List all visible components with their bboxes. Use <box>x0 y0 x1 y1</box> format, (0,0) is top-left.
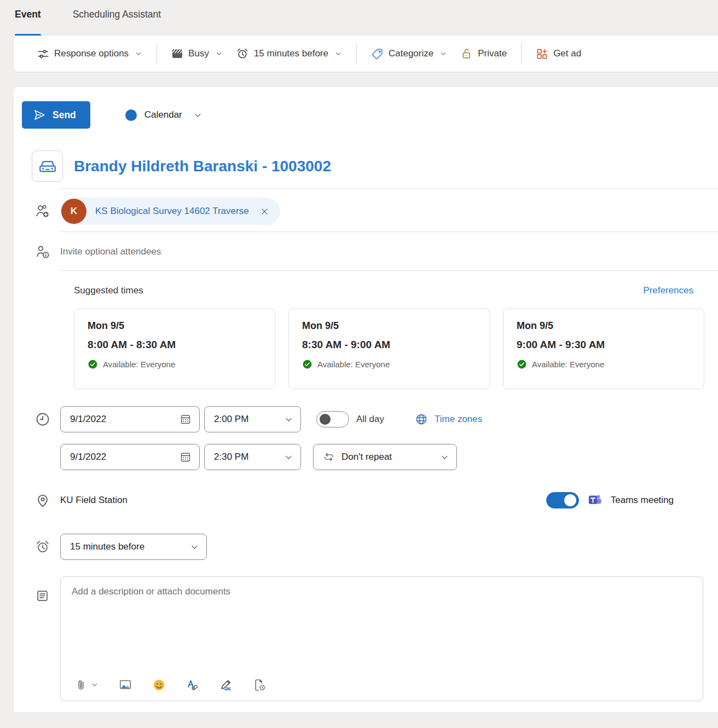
chevron-down-icon <box>334 50 342 57</box>
chevron-down-icon <box>440 453 449 462</box>
image-icon <box>118 678 132 692</box>
check-circle-icon <box>88 359 98 369</box>
optional-attendee-icon <box>25 244 60 260</box>
response-options-icon <box>37 48 49 60</box>
chevron-down-icon <box>193 111 202 120</box>
addins-grid-icon <box>536 48 548 60</box>
private-button[interactable]: Private <box>454 43 513 65</box>
reminder-row: 15 minutes before <box>14 534 718 560</box>
chevron-down-icon <box>284 415 293 424</box>
categorize-button[interactable]: Categorize <box>364 43 454 65</box>
reminder-dropdown[interactable]: 15 minutes before <box>60 534 207 560</box>
clear-formatting-button[interactable] <box>186 678 199 692</box>
end-time-input[interactable]: 2:30 PM <box>204 444 301 470</box>
field-divider <box>60 188 718 189</box>
attendees-field[interactable]: K KS Biological Survey 14602 Traverse <box>60 198 703 225</box>
suggested-time-card[interactable]: Mon 9/5 9:00 AM - 9:30 AM Available: Eve… <box>503 308 704 389</box>
event-tabs: Event Scheduling Assistant <box>0 0 718 36</box>
command-toolbar: Response options Busy 15 minut <box>14 36 718 72</box>
send-plane-icon <box>33 108 46 122</box>
datepicker-calendar-icon[interactable] <box>179 450 192 464</box>
toolbar-divider <box>157 43 157 64</box>
add-attendee-icon <box>25 203 60 219</box>
field-divider <box>60 270 718 271</box>
suggested-time-card[interactable]: Mon 9/5 8:00 AM - 8:30 AM Available: Eve… <box>74 308 275 389</box>
reminder-alarm-icon <box>25 539 60 554</box>
toolbar-reminder-button[interactable]: 15 minutes before <box>229 43 349 65</box>
attach-file-button[interactable] <box>75 679 99 691</box>
preferences-link[interactable]: Preferences <box>643 285 693 296</box>
location-row: KU Field Station Teams meeting <box>14 492 718 509</box>
repeat-dropdown[interactable]: Don't repeat <box>313 444 457 470</box>
globe-icon <box>415 413 428 426</box>
busy-icon <box>171 48 183 60</box>
draw-ink-button[interactable] <box>219 678 233 692</box>
teams-meeting-label: Teams meeting <box>611 495 674 506</box>
optional-attendees-row: Invite optional attendees <box>14 240 718 264</box>
emoji-smiley-icon <box>152 678 166 692</box>
all-day-toggle[interactable] <box>316 411 349 427</box>
start-date-input[interactable]: 9/1/2022 <box>60 406 200 432</box>
time-zones-link[interactable]: Time zones <box>415 413 482 426</box>
chevron-down-icon <box>284 453 293 462</box>
event-form: Send Calendar Brandy Hildreth Baranski <box>14 87 718 712</box>
datepicker-calendar-icon[interactable] <box>179 413 192 426</box>
start-time-input[interactable]: 2:00 PM <box>204 406 301 432</box>
editor-toolbar <box>61 678 703 701</box>
attendee-name: KS Biological Survey 14602 Traverse <box>95 206 249 217</box>
all-day-label: All day <box>356 414 384 425</box>
description-input[interactable]: Add a description or attach documents <box>61 577 703 678</box>
calendar-selector[interactable]: Calendar <box>125 109 202 121</box>
teams-icon <box>587 493 603 508</box>
description-row: Add a description or attach documents <box>14 576 718 701</box>
optional-attendees-input[interactable]: Invite optional attendees <box>60 246 703 257</box>
calendar-color-dot <box>125 109 137 121</box>
response-options-button[interactable]: Response options <box>30 43 149 65</box>
field-divider <box>60 232 718 232</box>
location-input[interactable]: KU Field Station <box>60 495 546 506</box>
attendees-row: K KS Biological Survey 14602 Traverse <box>14 198 718 225</box>
alarm-clock-icon <box>236 47 249 60</box>
draw-pen-icon <box>219 678 233 692</box>
get-addins-button[interactable]: Get ad <box>529 43 588 65</box>
lock-open-icon <box>460 48 473 60</box>
insert-image-button[interactable] <box>118 678 132 692</box>
insert-emoji-button[interactable] <box>152 678 166 692</box>
suggested-times-header: Suggested times Preferences <box>74 285 693 296</box>
tab-event[interactable]: Event <box>15 9 41 36</box>
suggested-times-heading: Suggested times <box>74 285 143 296</box>
end-date-input[interactable]: 9/1/2022 <box>60 444 200 470</box>
teams-meeting-control: Teams meeting <box>546 492 674 509</box>
chevron-down-icon <box>215 50 223 57</box>
remove-attendee-icon[interactable] <box>260 207 269 216</box>
start-datetime-row: 9/1/2022 2:00 PM <box>14 406 718 432</box>
repeat-icon <box>323 451 335 463</box>
tab-scheduling-assistant[interactable]: Scheduling Assistant <box>73 9 161 36</box>
send-row: Send Calendar <box>14 101 718 129</box>
end-datetime-row: 9/1/2022 2:30 PM <box>14 444 718 470</box>
event-title-input[interactable]: Brandy Hildreth Baranski - 1003002 <box>74 158 718 175</box>
document-sync-icon <box>253 678 267 692</box>
paperclip-icon <box>75 679 88 691</box>
title-row: Brandy Hildreth Baranski - 1003002 <box>14 151 718 182</box>
check-circle-icon <box>302 359 312 369</box>
location-pin-icon <box>25 492 60 509</box>
chevron-down-icon <box>439 50 447 57</box>
categorize-tag-icon <box>371 48 384 60</box>
chevron-down-icon <box>91 681 99 689</box>
chevron-down-icon <box>190 542 199 552</box>
show-as-busy-button[interactable]: Busy <box>165 43 229 64</box>
attendee-chip[interactable]: K KS Biological Survey 14602 Traverse <box>60 198 280 225</box>
car-icon <box>38 157 57 176</box>
attendee-avatar: K <box>61 199 86 224</box>
event-type-button[interactable] <box>32 151 63 182</box>
toolbar-divider <box>521 43 522 64</box>
check-circle-icon <box>517 359 527 369</box>
teams-meeting-toggle[interactable] <box>546 492 579 509</box>
chevron-down-icon <box>135 50 142 57</box>
send-button[interactable]: Send <box>22 101 90 129</box>
description-note-icon <box>25 576 60 603</box>
toolbar-divider <box>356 43 357 64</box>
loop-component-button[interactable] <box>253 678 267 692</box>
suggested-time-card[interactable]: Mon 9/5 8:30 AM - 9:00 AM Available: Eve… <box>288 308 490 389</box>
